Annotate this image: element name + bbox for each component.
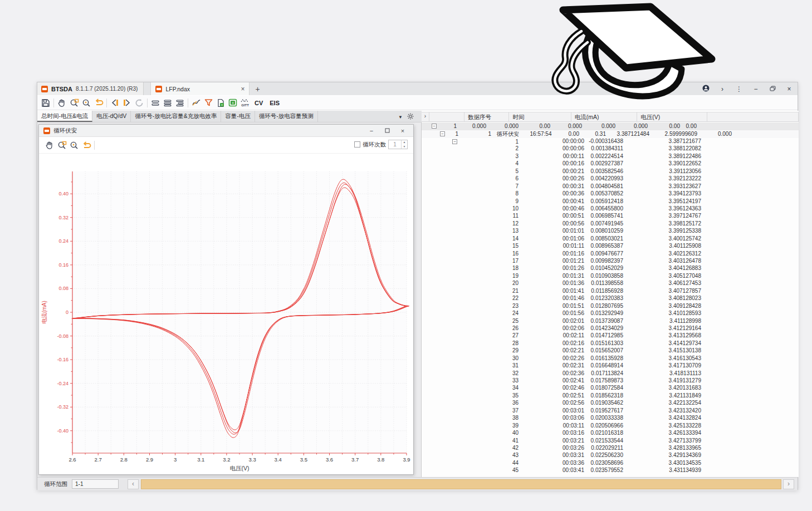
table-row[interactable]: 1000:00:460.0064558003.396124363 [422, 205, 799, 213]
zoom-icon[interactable] [80, 97, 92, 109]
table-expander-button[interactable]: › [422, 112, 429, 121]
app-menu-block[interactable]: BTSDA 8.1.1.7 (2025.11.20) (R3) [37, 82, 144, 95]
more-menu-icon[interactable]: ⋮ [735, 85, 743, 93]
refresh-icon[interactable] [133, 97, 145, 109]
new-tab-button[interactable]: + [255, 85, 260, 94]
document-tab-close-icon[interactable]: × [241, 85, 244, 93]
table-row[interactable]: −100:00:00-0.0003164383.387121677 [422, 138, 799, 145]
stepper-up-icon[interactable]: ▲ [402, 140, 407, 145]
table-row[interactable]: 600:00:260.0042209933.392123222 [422, 175, 799, 183]
table-row[interactable]: 4000:03:160.0210163183.426133394 [422, 430, 799, 437]
bars3-icon[interactable] [174, 97, 186, 109]
tab-settings-gear-icon[interactable] [407, 112, 414, 122]
table-row[interactable]: 3500:02:510.0185623183.421131849 [422, 392, 799, 400]
cycle-range-input[interactable] [72, 479, 119, 489]
undo-icon[interactable] [92, 97, 105, 109]
table-row[interactable]: 3300:02:410.0175898733.419131279 [422, 377, 799, 385]
table-row[interactable]: 700:00:310.0048045813.393123627 [422, 183, 799, 190]
cv-hand-icon[interactable] [43, 139, 56, 151]
column-header-empty[interactable] [429, 112, 464, 121]
curve-icon[interactable] [190, 97, 202, 109]
table-row[interactable]: 1200:00:560.0074919453.398125172 [422, 220, 799, 228]
hand-icon[interactable] [56, 97, 68, 109]
zoom-region-icon[interactable] [68, 97, 80, 109]
cv-maximize-button[interactable] [381, 127, 393, 134]
scroll-right-button[interactable]: › [783, 479, 794, 489]
column-header-3[interactable]: 电流(mA) [571, 112, 638, 121]
table-row[interactable]: 4500:03:410.0235795523.431134939 [422, 467, 799, 474]
table-row[interactable]: 800:00:360.0053708523.394123793 [422, 190, 799, 198]
export-excel-icon[interactable]: x [227, 97, 239, 109]
save-icon[interactable] [40, 97, 52, 109]
filter-icon[interactable] [202, 97, 214, 109]
table-row[interactable]: 3200:02:360.0171138243.418131113 [422, 370, 799, 377]
table-row[interactable]: 1500:01:110.0089653873.401125908 [422, 243, 799, 250]
table-row[interactable]: 200:00:060.0013843113.388122082 [422, 145, 799, 153]
table-row[interactable]: 500:00:210.0035825463.391123056 [422, 168, 799, 175]
collapse-icon[interactable]: − [432, 124, 437, 129]
column-header-4[interactable]: 电压(V) [637, 112, 707, 121]
cycle-count-input[interactable] [389, 140, 401, 149]
stepper-down-icon[interactable]: ▼ [402, 145, 407, 149]
summary-row-test[interactable]: −10.0000.0000.000.0000.0000.0000.000.00 [422, 122, 799, 130]
table-row[interactable]: 1600:01:160.0094766773.402126312 [422, 250, 799, 258]
table-row[interactable]: 2500:02:010.0137390873.411128998 [422, 318, 799, 325]
view-tab-1[interactable]: 电压-dQ/dV [92, 111, 131, 122]
document-tab[interactable]: LFP.ndax × [150, 82, 250, 95]
column-header-1[interactable]: 数据序号 [464, 112, 509, 121]
table-row[interactable]: 3400:02:460.0180725843.420131683 [422, 385, 799, 392]
view-tab-3[interactable]: 容量-电压 [221, 111, 255, 122]
cv-zoom-icon[interactable] [68, 139, 80, 151]
table-row[interactable]: 2400:01:560.0132929493.410128593 [422, 310, 799, 317]
bars1-icon[interactable] [149, 97, 162, 109]
table-row[interactable]: 2900:02:210.0156520073.415130138 [422, 347, 799, 355]
table-row[interactable]: 3600:02:560.0190354623.422132254 [422, 400, 799, 407]
table-row[interactable]: 1700:01:210.0099823973.403126478 [422, 258, 799, 265]
tab-list-caret-icon[interactable]: ▼ [398, 115, 403, 120]
minimize-button[interactable]: − [752, 85, 760, 93]
close-button[interactable]: × [785, 85, 793, 93]
table-row[interactable]: 1400:01:060.0085030213.400125742 [422, 235, 799, 243]
table-row[interactable]: 2300:01:510.0128076953.409128428 [422, 303, 799, 310]
table-row[interactable]: 900:00:410.0059124183.395124197 [422, 198, 799, 205]
table-row[interactable]: 4300:03:310.0225062303.429134369 [422, 452, 799, 459]
table-row[interactable]: 1300:01:010.0080102593.399125338 [422, 228, 799, 235]
table-row[interactable]: 3900:03:110.0205069663.425133228 [422, 422, 799, 430]
summary-row-step[interactable]: −11循环伏安16:57:540.000.313.3871214842.5999… [422, 130, 799, 138]
cv-zoom-region-icon[interactable] [56, 139, 68, 151]
scroll-left-button[interactable]: ‹ [128, 479, 139, 489]
cv-minimize-button[interactable]: − [365, 127, 378, 134]
column-header-2[interactable]: 时间 [509, 112, 571, 121]
export-file-icon[interactable]: x [214, 97, 227, 109]
cv-plot-area[interactable]: 2.62.72.82.933.13.23.33.43.53.63.73.83.9… [39, 154, 413, 474]
horizontal-scrollbar-thumb[interactable] [141, 479, 781, 489]
table-row[interactable]: 1800:01:260.0104520293.404126883 [422, 265, 799, 272]
table-row[interactable]: 300:00:110.0022245143.389122486 [422, 153, 799, 160]
table-row[interactable]: 1100:00:510.0069857413.397124767 [422, 213, 799, 220]
table-row[interactable]: 2800:02:160.0151613033.414129734 [422, 340, 799, 347]
cv-mode-button[interactable]: CV [251, 100, 266, 106]
account-icon[interactable] [702, 85, 710, 94]
step-forward-icon[interactable] [121, 97, 133, 109]
cv-undo-icon[interactable] [80, 139, 92, 151]
table-row[interactable]: 3000:02:260.0161359283.416130543 [422, 355, 799, 362]
bars2-icon[interactable] [162, 97, 174, 109]
column-header-empty[interactable] [707, 112, 799, 121]
expand-panel-icon[interactable]: › [718, 85, 726, 93]
table-row[interactable]: 2600:02:060.0142340293.412129164 [422, 325, 799, 332]
table-row[interactable]: 1900:01:310.0109038583.405127048 [422, 273, 799, 280]
table-row[interactable]: 2200:01:460.0123203833.408128023 [422, 295, 799, 302]
table-row[interactable]: 3700:03:010.0195276173.423132420 [422, 407, 799, 415]
collapse-icon[interactable]: − [452, 139, 457, 144]
table-row[interactable]: 4200:03:260.0220292113.428133965 [422, 445, 799, 452]
collapse-icon[interactable]: − [440, 131, 445, 136]
gitt-icon[interactable]: GITT [239, 97, 251, 109]
cv-close-button[interactable]: × [397, 127, 409, 134]
cv-window-titlebar[interactable]: 循环伏安 − × [39, 125, 413, 137]
view-tab-2[interactable]: 循环号-放电比容量&充放电效率 [131, 111, 221, 122]
cycle-count-checkbox[interactable] [354, 141, 360, 148]
step-back-icon[interactable] [109, 97, 121, 109]
maximize-button[interactable] [769, 85, 776, 93]
eis-mode-button[interactable]: EIS [266, 100, 283, 106]
view-tab-0[interactable]: 总时间-电压&电流 [37, 111, 92, 122]
